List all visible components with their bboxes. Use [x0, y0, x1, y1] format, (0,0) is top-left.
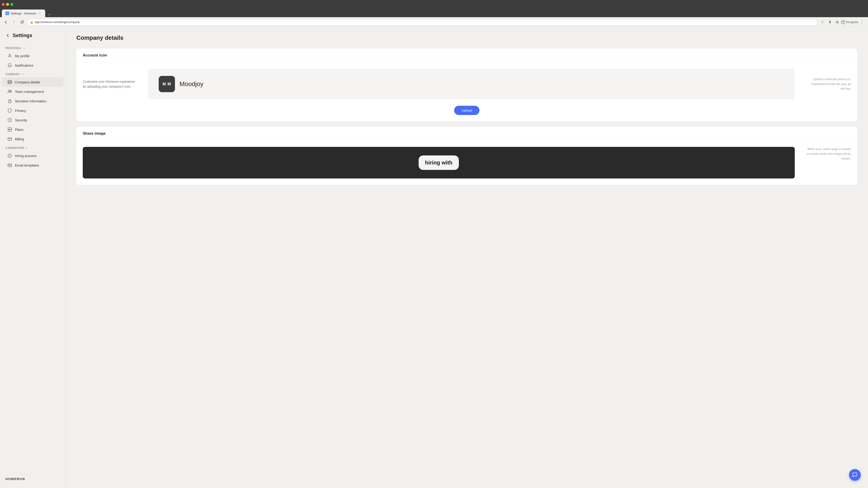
hiring-process-icon: [7, 153, 12, 158]
browser-tab-active[interactable]: H Settings - Homerun ×: [2, 9, 45, 17]
personal-chevron-icon: ▼: [23, 47, 25, 50]
billing-icon: [7, 136, 12, 141]
hiring-card: hiring with: [418, 156, 459, 170]
refresh-nav-button[interactable]: [19, 19, 25, 25]
back-nav-button[interactable]: [3, 19, 9, 25]
sidebar-item-label: Email templates: [15, 163, 39, 167]
upload-button[interactable]: Upload: [454, 106, 479, 115]
svg-rect-12: [8, 138, 11, 140]
share-image-content: hiring with When your career page is sha…: [83, 147, 851, 178]
security-icon: [7, 118, 12, 123]
sidebar-item-label: Notifications: [15, 64, 33, 67]
sidebar-item-label: Hiring process: [15, 154, 37, 158]
split-view-button[interactable]: ⧉: [834, 19, 840, 25]
sidebar: Settings Personal ▼ My profile Notificat…: [0, 27, 66, 488]
share-image-hint: When your career page is shared on socia…: [806, 147, 851, 161]
svg-rect-3: [8, 80, 11, 84]
url-text: app.homerun.co/settings/company: [35, 20, 80, 24]
new-tab-button[interactable]: +: [46, 12, 52, 17]
window-controls: [2, 3, 13, 6]
sidebar-item-privacy[interactable]: Privacy: [2, 106, 64, 115]
sidebar-item-plans[interactable]: Plans: [2, 125, 64, 134]
account-icon-hint: Upload a 200x200 pixel icon. Supported f…: [806, 77, 851, 91]
profile-icon: [7, 53, 12, 58]
app-container: Settings Personal ▼ My profile Notificat…: [0, 27, 868, 488]
share-image-preview: hiring with: [83, 147, 795, 178]
browser-chrome: H Settings - Homerun × + 🔒 app.homerun.c…: [0, 0, 868, 27]
window-close-btn[interactable]: [2, 3, 5, 6]
download-button[interactable]: ⬇: [827, 19, 833, 25]
sidebar-section-candidates: Candidates ▼: [0, 144, 65, 151]
account-icon-content: Customize your Homerun experience by upl…: [83, 69, 851, 99]
personal-label: Personal: [5, 46, 22, 50]
incognito-label: Incognito: [846, 20, 858, 24]
sidebar-item-label: My profile: [15, 54, 30, 58]
browser-toolbar: 🔒 app.homerun.co/settings/company ☆ ⬇ ⧉ …: [0, 17, 868, 27]
svg-point-2: [9, 54, 11, 56]
sidebar-header: Settings: [0, 33, 65, 44]
sidebar-item-team-management[interactable]: Team management: [2, 87, 64, 96]
tab-favicon: H: [5, 11, 9, 15]
svg-rect-8: [8, 101, 11, 103]
sidebar-item-security[interactable]: Security: [2, 115, 64, 125]
svg-rect-11: [8, 130, 11, 131]
address-bar[interactable]: 🔒 app.homerun.co/settings/company: [27, 19, 817, 26]
company-details-icon: [7, 79, 12, 85]
window-minimize-btn[interactable]: [6, 3, 9, 6]
candidates-label: Candidates: [5, 147, 24, 150]
sidebar-item-label: Team management: [15, 90, 44, 94]
privacy-icon: [7, 108, 12, 113]
sidebar-item-billing[interactable]: Billing: [2, 134, 64, 144]
svg-rect-5: [10, 82, 11, 83]
company-name: Moodjoy: [180, 80, 204, 88]
sidebar-item-my-profile[interactable]: My profile: [2, 51, 64, 61]
svg-point-6: [8, 90, 10, 92]
page-title: Company details: [76, 34, 857, 41]
account-icon-card: Account icon Customize your Homerun expe…: [76, 48, 857, 121]
sidebar-item-label: Company details: [15, 80, 40, 84]
chat-button[interactable]: [849, 469, 861, 481]
lock-icon: [7, 98, 12, 103]
window-maximize-btn[interactable]: [10, 3, 13, 6]
sidebar-section-personal: Personal ▼: [0, 44, 65, 51]
sidebar-item-email-templates[interactable]: Email templates: [2, 160, 64, 170]
company-chevron-icon: ▼: [22, 73, 24, 76]
sidebar-item-sensitive-information[interactable]: Sensitive information: [2, 96, 64, 106]
sidebar-item-hiring-process[interactable]: Hiring process: [2, 151, 64, 160]
company-avatar: M M: [159, 76, 175, 92]
browser-titlebar: [0, 0, 868, 8]
toolbar-icons: ☆ ⬇ ⧉ Incognito ⋮: [819, 19, 865, 25]
lock-icon: 🔒: [30, 21, 33, 24]
sidebar-item-notifications[interactable]: Notifications: [2, 61, 64, 70]
tab-title: Settings - Homerun: [11, 12, 36, 15]
plans-icon: [7, 127, 12, 132]
sidebar-item-label: Plans: [15, 128, 24, 131]
incognito-button[interactable]: Incognito: [841, 20, 858, 24]
candidates-chevron-icon: ▼: [26, 147, 28, 149]
tab-bar: H Settings - Homerun × +: [0, 8, 868, 17]
settings-page-title: Settings: [13, 33, 32, 38]
upload-btn-container: Upload: [76, 106, 857, 121]
share-image-header: Share image: [76, 127, 857, 140]
settings-back-button[interactable]: [5, 33, 10, 38]
bookmark-button[interactable]: ☆: [819, 19, 826, 25]
hiring-text: hiring with: [425, 160, 452, 166]
team-icon: [7, 89, 12, 94]
sidebar-section-company: Company ▼: [0, 70, 65, 77]
svg-rect-4: [8, 82, 9, 83]
email-icon: [7, 163, 12, 168]
share-image-inner: hiring with: [83, 147, 795, 178]
notifications-icon: [7, 63, 12, 68]
forward-nav-button[interactable]: [11, 19, 17, 25]
sidebar-footer: HOMERUN: [0, 474, 65, 484]
svg-rect-14: [8, 164, 11, 167]
menu-button[interactable]: ⋮: [859, 19, 865, 25]
share-image-card: Share image hiring with When your career…: [76, 127, 857, 185]
account-icon-body: Customize your Homerun experience by upl…: [76, 62, 857, 106]
account-icon-preview: M M Moodjoy: [148, 69, 795, 99]
account-icon-description: Customize your Homerun experience by upl…: [83, 79, 137, 89]
tab-close-button[interactable]: ×: [38, 11, 41, 15]
sidebar-item-label: Privacy: [15, 109, 26, 112]
svg-point-1: [843, 22, 843, 23]
sidebar-item-company-details[interactable]: Company details: [2, 77, 64, 87]
